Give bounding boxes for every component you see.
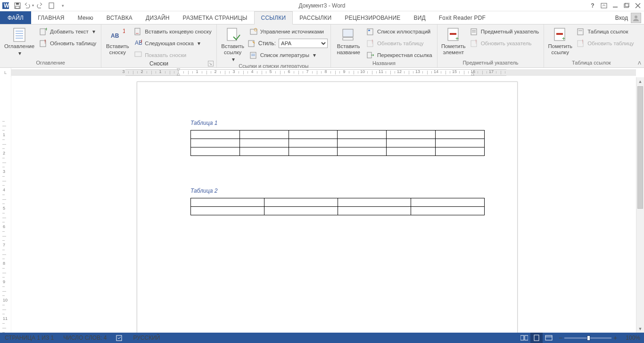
tab-ссылки[interactable]: ССЫЛКИ xyxy=(254,11,293,24)
group-citations: Вставить ссылку▾ Управление источниками … xyxy=(217,24,331,67)
table-cell[interactable] xyxy=(436,131,485,139)
scroll-track[interactable] xyxy=(636,85,644,325)
svg-rect-56 xyxy=(116,335,122,341)
ruler-corner[interactable]: L xyxy=(0,68,11,77)
view-print-icon[interactable] xyxy=(530,333,543,343)
ribbon: Оглавление▾ +Добавить текст▾ !Обновить т… xyxy=(0,24,644,68)
vertical-ruler[interactable]: 12345678910111213 xyxy=(0,77,11,333)
table-cell[interactable] xyxy=(264,198,338,207)
update-toc-button[interactable]: !Обновить таблицу xyxy=(38,38,98,49)
table-cell[interactable] xyxy=(289,147,338,156)
svg-rect-50 xyxy=(556,33,563,35)
toc-button[interactable]: Оглавление▾ xyxy=(3,25,36,57)
insert-citation-button[interactable]: Вставить ссылку▾ xyxy=(220,25,246,63)
group-toc: Оглавление▾ +Добавить текст▾ !Обновить т… xyxy=(0,24,101,67)
status-bar: СТРАНИЦА 1 ИЗ 1 ЧИСЛО СЛОВ: 4 РУССКИЙ − … xyxy=(0,333,644,343)
table-cell[interactable] xyxy=(411,207,485,215)
table-cell[interactable] xyxy=(191,207,264,215)
table-cell[interactable] xyxy=(191,131,240,139)
svg-text:!: ! xyxy=(372,40,373,45)
table-cell[interactable] xyxy=(191,147,240,156)
ribbon-display-icon[interactable] xyxy=(599,0,609,11)
style-select[interactable]: APA xyxy=(279,39,328,48)
footnotes-dialog-launcher[interactable]: ↘ xyxy=(208,61,214,66)
show-notes-button[interactable]: Показать сноски xyxy=(132,50,213,60)
zoom-in-icon[interactable]: + xyxy=(613,334,617,342)
scroll-down-icon[interactable]: ▼ xyxy=(636,325,644,333)
table-cell[interactable] xyxy=(264,207,338,215)
tab-вид[interactable]: ВИД xyxy=(407,11,432,24)
tab-главная[interactable]: ГЛАВНАЯ xyxy=(31,11,71,24)
table-cell[interactable] xyxy=(289,131,338,139)
zoom-out-icon[interactable]: − xyxy=(559,334,562,342)
document-canvas[interactable]: Таблица 1 Таблица 2 xyxy=(11,77,636,333)
mark-citation-button[interactable]: + Пометить ссылку xyxy=(547,25,573,56)
table-cell[interactable] xyxy=(387,139,436,147)
svg-point-29 xyxy=(254,28,257,31)
table1[interactable] xyxy=(190,130,485,156)
svg-rect-11 xyxy=(14,28,25,41)
tab-меню[interactable]: Меню xyxy=(71,11,100,24)
table2[interactable] xyxy=(190,198,485,215)
collapse-ribbon-icon[interactable]: ᐱ xyxy=(638,60,641,65)
table-cell[interactable] xyxy=(338,207,411,215)
table-cell[interactable] xyxy=(387,131,436,139)
insert-endnote-button[interactable]: Вставить концевую сноску xyxy=(132,26,213,37)
tab-рецензирование[interactable]: РЕЦЕНЗИРОВАНИЕ xyxy=(338,11,407,24)
update-index-button[interactable]: !Обновить указатель xyxy=(469,38,541,49)
tab-file[interactable]: ФАЙЛ xyxy=(0,11,31,24)
zoom-value[interactable]: 100% xyxy=(626,335,640,341)
status-language[interactable]: РУССКИЙ xyxy=(128,333,165,343)
mark-entry-button[interactable]: + Пометить элемент xyxy=(440,25,467,56)
table-cell[interactable] xyxy=(239,139,289,147)
zoom-control[interactable]: − + 100% xyxy=(555,334,644,342)
insert-index-button[interactable]: Предметный указатель xyxy=(469,26,541,37)
next-footnote-button[interactable]: AB1Следующая сноска▾ xyxy=(132,38,213,49)
table-cell[interactable] xyxy=(239,131,289,139)
manage-sources-button[interactable]: Управление источниками xyxy=(248,26,328,37)
close-icon[interactable] xyxy=(633,0,643,11)
status-words[interactable]: ЧИСЛО СЛОВ: 4 xyxy=(58,333,111,343)
tab-рассылки[interactable]: РАССЫЛКИ xyxy=(293,11,338,24)
maximize-icon[interactable] xyxy=(621,0,632,11)
status-proofing[interactable] xyxy=(111,333,128,343)
table-cell[interactable] xyxy=(338,139,387,147)
table-cell[interactable] xyxy=(387,147,436,156)
table-cell[interactable] xyxy=(289,139,338,147)
table-cell[interactable] xyxy=(239,147,289,156)
sign-in[interactable]: Вход xyxy=(615,11,644,24)
help-icon[interactable]: ? xyxy=(587,0,598,11)
table-cell[interactable] xyxy=(191,139,240,147)
vertical-scrollbar[interactable]: ▲ ▼ xyxy=(636,77,644,333)
horizontal-ruler[interactable]: 3211234567891011121314151617▽△△ xyxy=(11,68,636,77)
view-read-icon[interactable] xyxy=(518,333,530,343)
table-cell[interactable] xyxy=(338,131,387,139)
zoom-knob[interactable] xyxy=(587,335,590,341)
table-cell[interactable] xyxy=(338,147,387,156)
status-page[interactable]: СТРАНИЦА 1 ИЗ 1 xyxy=(0,333,58,343)
add-text-button[interactable]: +Добавить текст▾ xyxy=(38,26,98,37)
update-toa-button[interactable]: !Обновить таблицу xyxy=(575,38,636,49)
scroll-thumb[interactable] xyxy=(637,86,643,209)
table-cell[interactable] xyxy=(411,198,485,207)
scroll-up-icon[interactable]: ▲ xyxy=(636,77,644,85)
table-cell[interactable] xyxy=(436,139,485,147)
bibliography-button[interactable]: Список литературы▾ xyxy=(248,50,328,60)
zoom-slider[interactable] xyxy=(564,337,611,339)
tab-дизайн[interactable]: ДИЗАЙН xyxy=(139,11,176,24)
tab-вставка[interactable]: ВСТАВКА xyxy=(100,11,139,24)
insert-toa-button[interactable]: Таблица ссылок xyxy=(575,26,636,37)
svg-text:!: ! xyxy=(475,40,477,45)
cross-reference-button[interactable]: Перекрестная ссылка xyxy=(365,50,434,60)
list-of-figures-button[interactable]: Список иллюстраций xyxy=(365,26,434,37)
insert-footnote-button[interactable]: AB1 Вставить сноску xyxy=(104,25,131,56)
tab-foxit-reader-pdf[interactable]: Foxit Reader PDF xyxy=(432,11,492,24)
insert-caption-button[interactable]: Вставить название xyxy=(334,25,363,56)
table-cell[interactable] xyxy=(436,147,485,156)
update-figures-button[interactable]: !Обновить таблицу xyxy=(365,38,434,49)
minimize-icon[interactable] xyxy=(610,0,620,11)
tab-разметка-страницы[interactable]: РАЗМЕТКА СТРАНИЦЫ xyxy=(176,11,254,24)
table-cell[interactable] xyxy=(191,198,264,207)
table-cell[interactable] xyxy=(338,198,411,207)
view-web-icon[interactable] xyxy=(543,333,555,343)
